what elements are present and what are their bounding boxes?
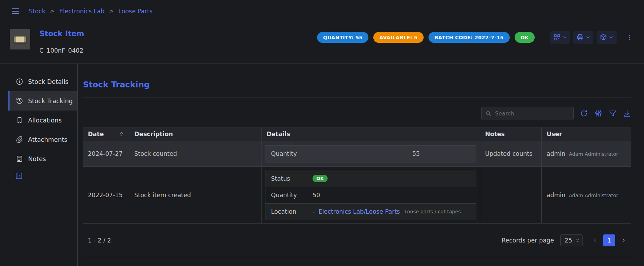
column-label: Description [134,131,173,138]
sidebar-item-label: Allocations [28,117,62,124]
location-prefix: - [313,208,315,215]
column-label: Details [266,131,290,138]
breadcrumb-electronics-lab[interactable]: Electronics Lab [59,8,104,15]
notes-icon [15,155,24,163]
stock-tracking-table: Date Description Details Notes User 2024… [83,127,631,257]
top-bar: Stock > Electronics Lab > Loose Parts [0,0,644,22]
detail-row-location: Location - Electronics Lab/Loose Parts L… [265,203,476,220]
column-header-description[interactable]: Description [129,127,262,141]
notes-cell [480,167,542,223]
previous-page-icon[interactable] [592,237,598,244]
search-box [481,107,574,120]
download-icon[interactable] [623,109,631,118]
location-link[interactable]: Electronics Lab/Loose Parts [318,208,400,215]
sidebar-collapse-icon[interactable] [15,172,23,180]
chevron-down-icon [562,35,567,40]
notes-value: Updated counts [485,150,533,157]
table-toolbar [83,107,631,120]
print-actions-button[interactable] [573,31,593,44]
available-badge: AVAILABLE: 5 [373,32,424,43]
description-cell: Stock counted [129,141,262,166]
column-header-notes: Notes [480,127,542,141]
detail-value: 50 [313,192,320,199]
table-header-row: Date Description Details Notes User [83,127,631,141]
notes-cell: Updated counts [480,141,542,166]
page-header: Stock Item C_100nF_0402 QUANTITY: 55 AVA… [0,22,644,64]
column-label: Notes [485,131,505,138]
pagination-controls: Records per page 25 1 [502,234,626,246]
sort-selector-icon[interactable] [119,132,124,137]
records-per-page-select[interactable]: 25 [560,234,583,246]
page-titles: Stock Item C_100nF_0402 [39,29,84,54]
info-circle-icon [15,78,24,86]
chevron-down-icon [608,35,614,40]
sidebar-item-stock-tracking[interactable]: Stock Tracking [8,91,77,111]
description-value: Stock counted [134,150,177,157]
sidebar-item-notes[interactable]: Notes [8,149,77,168]
location-note: Loose parts / cut tapes [405,209,461,214]
detail-label: Quantity [271,150,313,157]
capacitor-image [14,36,26,42]
detail-label: Quantity [271,192,313,199]
filter-icon[interactable] [608,109,617,118]
sidebar-item-label: Attachments [28,136,67,143]
date-value: 2022-07-15 [88,192,123,199]
sidebar-item-label: Notes [28,155,46,162]
batch-code-badge: BATCH CODE: 2022-7-15 [429,32,510,43]
search-icon [485,110,492,117]
more-options-icon[interactable] [626,34,633,41]
details-cell: Status OK Quantity 50 Location - Electro… [262,167,480,223]
menu-icon[interactable] [11,6,20,16]
quantity-badge: QUANTITY: 55 [317,32,368,43]
main-panel: Stock Tracking [78,64,644,266]
pager: 1 [592,234,626,246]
column-label: User [547,131,562,138]
refresh-icon[interactable] [580,109,588,118]
detail-row-status: Status OK [265,170,476,187]
adjustments-icon[interactable] [594,109,603,118]
sidebar-item-attachments[interactable]: Attachments [8,130,77,149]
select-chevrons-icon [575,238,580,243]
detail-label: Status [271,175,313,182]
breadcrumb-loose-parts[interactable]: Loose Parts [118,8,153,15]
breadcrumb-stock[interactable]: Stock [29,8,45,15]
table-row: 2022-07-15 Stock item created Status OK … [83,167,631,224]
column-header-date[interactable]: Date [83,127,129,141]
details-subtable: Status OK Quantity 50 Location - Electro… [265,170,476,220]
next-page-icon[interactable] [620,237,626,244]
breadcrumb-separator: > [50,8,54,14]
detail-row-quantity: Quantity 50 [265,187,476,203]
content: Stock Details Stock Tracking Allocations… [0,64,644,266]
panel-divider [83,98,631,98]
sidebar-item-allocations[interactable]: Allocations [8,111,77,130]
status-ok-badge: OK [313,175,328,182]
description-value: Stock item created [134,192,191,199]
stock-actions-button[interactable] [597,31,617,44]
breadcrumb-separator: > [109,8,114,14]
date-value: 2024-07-27 [88,150,123,157]
stock-item-thumbnail[interactable] [10,29,30,49]
header-badges: QUANTITY: 55 AVAILABLE: 5 BATCH CODE: 20… [317,29,633,44]
records-range: 1 - 2 / 2 [88,237,111,244]
paperclip-icon [15,135,24,144]
date-cell: 2022-07-15 [83,167,129,223]
breadcrumb: Stock > Electronics Lab > Loose Parts [29,8,153,15]
search-input[interactable] [495,110,570,117]
username: admin [547,192,565,199]
sidebar-item-stock-details[interactable]: Stock Details [8,72,77,91]
detail-row-quantity: Quantity 55 [265,146,476,162]
stock-cube-icon [599,33,607,41]
barcode-actions-button[interactable] [550,31,570,44]
detail-label: Location [271,208,313,215]
panel-title: Stock Tracking [83,79,631,90]
header-actions [550,31,617,44]
details-subtable: Quantity 55 [265,145,476,162]
date-cell: 2024-07-27 [83,141,129,166]
records-per-page-label: Records per page [502,237,554,244]
app-root: Stock > Electronics Lab > Loose Parts St… [0,0,644,266]
user-cell: admin Adam Administrator [542,167,631,223]
detail-value: 55 [313,150,470,157]
table-footer: 1 - 2 / 2 Records per page 25 [83,224,631,257]
printer-icon [576,33,584,41]
page-1-button[interactable]: 1 [603,234,615,246]
